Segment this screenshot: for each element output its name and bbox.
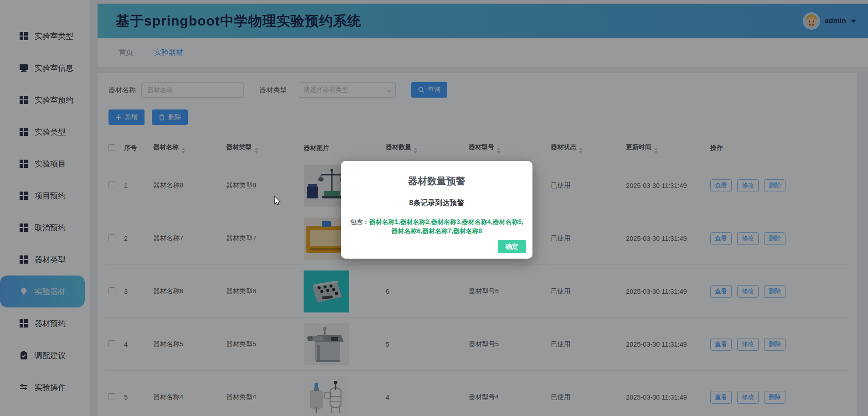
equipment-names-line1: 器材名称1,器材名称2,器材名称3,器材名称4,器材名称5, bbox=[369, 218, 523, 225]
dialog-title: 器材数量预警 bbox=[341, 175, 532, 187]
mouse-cursor bbox=[273, 195, 283, 206]
warning-dialog: 器材数量预警 8条记录到达预警 包含：器材名称1,器材名称2,器材名称3,器材名… bbox=[341, 161, 532, 259]
confirm-button[interactable]: 确定 bbox=[498, 240, 526, 253]
equipment-names-line2: 器材名称6,器材名称7,器材名称8 bbox=[391, 227, 482, 234]
dialog-subtitle: 8条记录到达预警 bbox=[341, 198, 532, 208]
contains-label: 包含： bbox=[350, 218, 369, 225]
dialog-body: 包含：器材名称1,器材名称2,器材名称3,器材名称4,器材名称5, 器材名称6,… bbox=[341, 217, 532, 235]
